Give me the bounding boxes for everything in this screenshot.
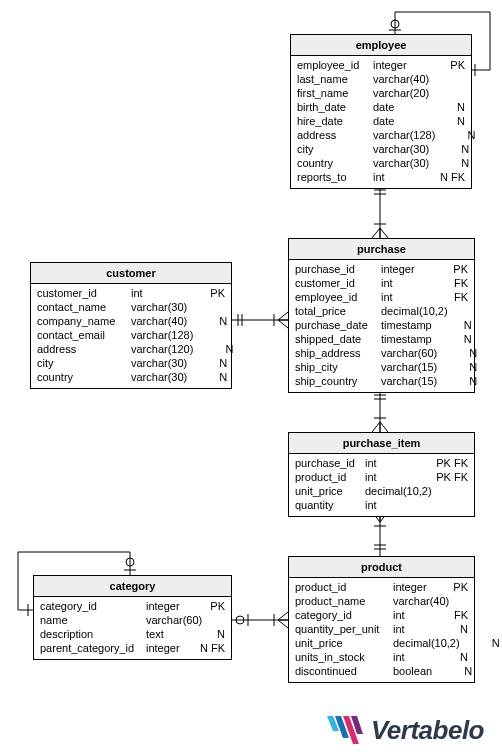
entity-title: customer	[31, 263, 231, 284]
entity-title: purchase	[289, 239, 474, 260]
entity-customer: customer customer_idintPK contact_nameva…	[30, 262, 232, 389]
vertabelo-icon	[327, 716, 363, 746]
logo-text: Vertabelo	[371, 715, 484, 746]
entity-employee: employee employee_idintegerPK last_namev…	[290, 34, 472, 189]
entity-title: category	[34, 576, 231, 597]
entity-purchase: purchase purchase_idintegerPK customer_i…	[288, 238, 475, 393]
entity-category: category category_idintegerPK namevarcha…	[33, 575, 232, 660]
entity-title: purchase_item	[289, 433, 474, 454]
svg-point-24	[126, 558, 134, 566]
entity-body: employee_idintegerPK last_namevarchar(40…	[291, 56, 471, 188]
entity-title: employee	[291, 35, 471, 56]
vertabelo-logo: Vertabelo	[327, 715, 484, 746]
svg-point-1	[391, 20, 399, 28]
entity-title: product	[289, 557, 474, 578]
entity-product: product product_idintegerPK product_name…	[288, 556, 475, 683]
entity-purchase-item: purchase_item purchase_idintPK FK produc…	[288, 432, 475, 517]
